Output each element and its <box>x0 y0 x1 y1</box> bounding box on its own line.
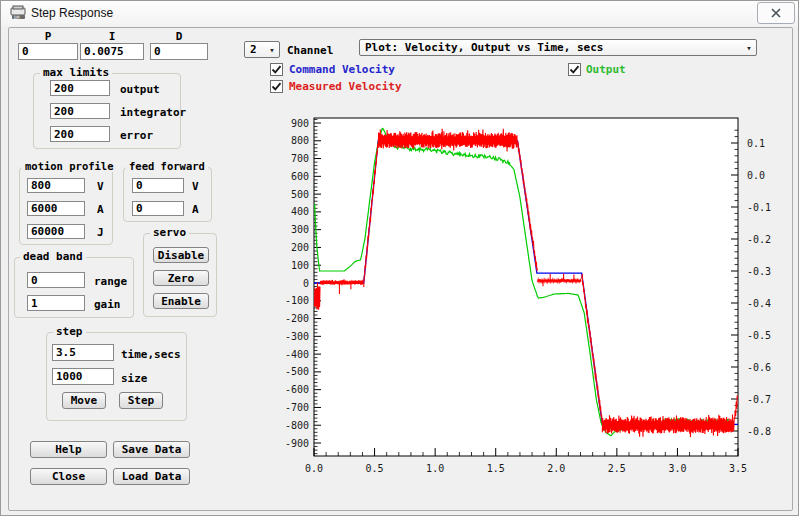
channel-select[interactable]: 2 ▾ <box>244 41 280 58</box>
profile-accel-field[interactable] <box>27 201 85 216</box>
x-axis-tick-label: 3.5 <box>729 463 747 474</box>
step-response-plot: 9008007006005004003002001000-100-200-300… <box>284 111 784 483</box>
deadband-gain-field[interactable] <box>27 295 85 311</box>
d-field[interactable] <box>150 43 208 60</box>
step-time-field[interactable] <box>52 344 114 361</box>
servo-zero-button[interactable]: Zero <box>153 270 209 286</box>
ff-accel-field[interactable] <box>132 201 184 216</box>
x-axis-tick-label: 0.0 <box>305 463 323 474</box>
i-label: I <box>80 30 144 43</box>
app-icon: DM <box>10 5 27 25</box>
step-size-label: size <box>121 372 148 385</box>
x-axis-tick-label: 2.0 <box>547 463 565 474</box>
left-axis-tick-label: 500 <box>291 189 309 200</box>
window-title: Step Response <box>31 6 113 20</box>
servo-group: servo Disable Zero Enable <box>143 233 217 317</box>
x-axis-tick-label: 0.5 <box>366 463 384 474</box>
right-axis-tick-label: -0.3 <box>747 266 771 277</box>
servo-enable-button[interactable]: Enable <box>153 293 209 309</box>
dead-band-title: dead band <box>20 250 86 263</box>
right-axis-tick-label: -0.5 <box>747 330 771 341</box>
ff-velocity-label: V <box>192 180 199 193</box>
left-axis-tick-label: 600 <box>291 171 309 182</box>
check-icon <box>271 64 282 75</box>
left-axis-tick-label: -300 <box>285 331 309 342</box>
d-label: D <box>150 30 208 43</box>
left-axis-tick-label: -700 <box>285 402 309 413</box>
right-axis-tick-label: 0.1 <box>747 138 765 149</box>
max-integrator-field[interactable] <box>50 103 110 119</box>
x-axis-tick-label: 3.0 <box>668 463 686 474</box>
profile-accel-label: A <box>97 203 104 216</box>
step-time-label: time,secs <box>121 348 181 361</box>
max-error-label: error <box>120 129 153 142</box>
deadband-gain-label: gain <box>94 298 121 311</box>
step-button[interactable]: Step <box>119 392 163 409</box>
load-data-button[interactable]: Load Data <box>113 468 190 485</box>
x-axis-tick-label: 1.0 <box>426 463 444 474</box>
servo-title: servo <box>150 226 189 239</box>
measured-velocity-checkbox[interactable] <box>270 80 283 93</box>
titlebar[interactable]: DM Step Response <box>1 1 798 26</box>
right-axis-tick-label: -0.1 <box>747 202 771 213</box>
left-axis-tick-label: 800 <box>291 135 309 146</box>
help-button[interactable]: Help <box>30 441 107 458</box>
command-velocity-label: Command Velocity <box>289 63 395 76</box>
ff-accel-label: A <box>192 203 199 216</box>
left-axis-tick-label: 300 <box>291 224 309 235</box>
feed-forward-group: feed forward V A <box>123 167 212 222</box>
output-label: Output <box>586 63 626 76</box>
ff-velocity-field[interactable] <box>132 178 184 193</box>
step-title: step <box>53 325 86 338</box>
close-button[interactable] <box>757 2 795 24</box>
left-axis-tick-label: -600 <box>285 384 309 395</box>
svg-text:DM: DM <box>14 15 20 20</box>
plot-type-select[interactable]: Plot: Velocity, Output vs Time, secs ▾ <box>359 39 757 56</box>
chevron-down-icon: ▾ <box>742 43 756 53</box>
feed-forward-title: feed forward <box>126 160 208 172</box>
max-output-label: output <box>120 83 160 96</box>
left-axis-tick-label: 900 <box>291 118 309 129</box>
left-axis-tick-label: -500 <box>285 366 309 377</box>
plot-type-value: Plot: Velocity, Output vs Time, secs <box>360 41 742 54</box>
output-checkbox[interactable] <box>568 63 581 76</box>
left-axis-tick-label: -400 <box>285 349 309 360</box>
close-dialog-button[interactable]: Close <box>30 468 107 485</box>
p-field[interactable] <box>18 43 78 60</box>
channel-value: 2 <box>245 43 265 56</box>
p-label: P <box>18 30 78 43</box>
measured-velocity-label: Measured Velocity <box>289 80 402 93</box>
max-output-field[interactable] <box>50 80 110 96</box>
profile-jerk-field[interactable] <box>27 224 85 239</box>
close-icon <box>770 7 782 19</box>
right-axis-tick-label: -0.8 <box>747 426 771 437</box>
max-error-field[interactable] <box>50 126 110 142</box>
right-axis-tick-label: -0.2 <box>747 234 771 245</box>
step-group: step time,secs size Move Step <box>46 332 187 421</box>
servo-disable-button[interactable]: Disable <box>153 247 209 263</box>
profile-jerk-label: J <box>97 226 104 239</box>
move-button[interactable]: Move <box>62 392 106 409</box>
i-field[interactable] <box>80 43 144 60</box>
right-axis-tick-label: 0.0 <box>747 170 765 181</box>
save-data-button[interactable]: Save Data <box>113 441 190 458</box>
profile-velocity-field[interactable] <box>27 178 85 193</box>
command-velocity-checkbox[interactable] <box>270 63 283 76</box>
left-axis-tick-label: -800 <box>285 420 309 431</box>
channel-label: Channel <box>287 44 333 57</box>
x-axis-tick-label: 2.5 <box>608 463 626 474</box>
step-size-field[interactable] <box>52 368 114 385</box>
step-response-window: DM Step Response P I D 2 ▾ Channel Plot:… <box>0 0 799 516</box>
right-axis-tick-label: -0.7 <box>747 394 771 405</box>
max-limits-group: max limits output integrator error <box>33 73 181 149</box>
motion-profile-group: motion profile V A J <box>19 167 113 245</box>
x-axis-tick-label: 1.5 <box>487 463 505 474</box>
deadband-range-field[interactable] <box>27 272 85 288</box>
right-axis-tick-label: -0.4 <box>747 298 771 309</box>
left-axis-tick-label: 700 <box>291 153 309 164</box>
left-axis-tick-label: -900 <box>285 438 309 449</box>
dead-band-group: dead band range gain <box>14 257 134 318</box>
left-axis-tick-label: -200 <box>285 313 309 324</box>
motion-profile-title: motion profile <box>22 160 117 172</box>
right-axis-tick-label: -0.6 <box>747 362 771 373</box>
